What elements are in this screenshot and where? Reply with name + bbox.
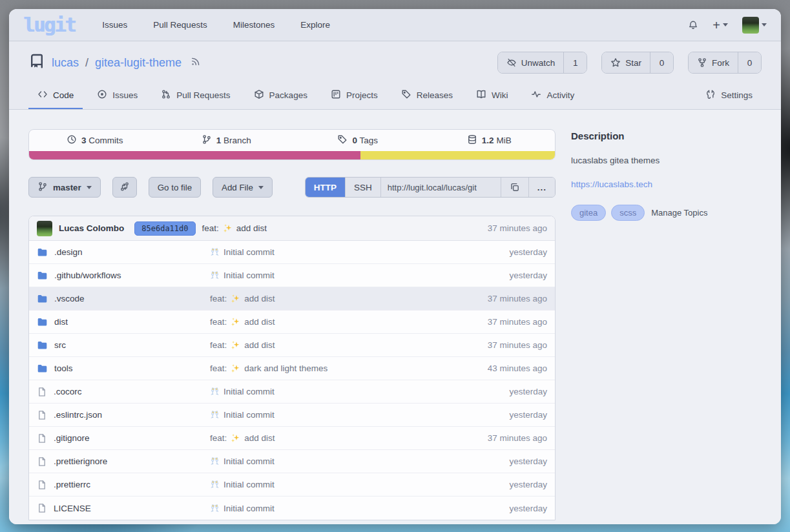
branch-selector-button[interactable]: master	[28, 177, 101, 198]
unwatch-count[interactable]: 1	[563, 52, 587, 73]
file-commit-time: yesterday	[509, 456, 547, 466]
tab-pull-requests[interactable]: Pull Requests	[152, 83, 239, 109]
tab-wiki[interactable]: Wiki	[467, 83, 517, 109]
user-avatar[interactable]	[742, 17, 759, 34]
file-row-LICENSE[interactable]: LICENSEInitial commityesterday	[29, 496, 555, 520]
file-name-link[interactable]: .vscode	[54, 294, 85, 303]
file-commit-message[interactable]: feat:add dist	[210, 294, 275, 303]
tab-packages[interactable]: Packages	[245, 83, 317, 109]
file-row--prettierrc[interactable]: .prettierrcInitial commityesterday	[29, 473, 555, 496]
http-protocol-button[interactable]: HTTP	[306, 178, 346, 197]
compare-button[interactable]	[112, 177, 137, 198]
clone-url-input[interactable]	[381, 178, 501, 197]
topic-pill-scss[interactable]: scss	[611, 205, 645, 221]
file-commit-message[interactable]: feat:dark and light themes	[210, 363, 327, 373]
folder-icon	[37, 293, 48, 304]
manage-topics-link[interactable]: Manage Topics	[651, 208, 707, 218]
file-name-link[interactable]: src	[54, 340, 66, 350]
file-row--gitignore[interactable]: .gitignorefeat:add dist37 minutes ago	[29, 427, 555, 450]
repo-header: lucas / gitea-lugit-theme Unwatch1Star0F…	[9, 41, 781, 74]
tab-issues[interactable]: Issues	[88, 83, 147, 109]
stat-tags[interactable]: 0 Tags	[292, 134, 424, 147]
book-icon	[476, 89, 486, 101]
fork-button[interactable]: Fork	[689, 52, 738, 73]
file-name-link[interactable]: LICENSE	[54, 504, 91, 513]
code-icon	[37, 89, 48, 101]
language-stats-bar[interactable]	[29, 151, 555, 159]
star-count[interactable]: 0	[650, 52, 673, 73]
tab-releases[interactable]: Releases	[392, 83, 462, 109]
file-name-link[interactable]: .prettierrc	[54, 480, 90, 489]
file-row--github-workflows[interactable]: .github/workflowsInitial commityesterday	[29, 264, 555, 287]
nav-link-pull-requests[interactable]: Pull Requests	[153, 20, 207, 30]
file-commit-message[interactable]: Initial commit	[210, 387, 275, 396]
file-name-link[interactable]: .prettierignore	[54, 456, 107, 466]
commit-author-name[interactable]: Lucas Colombo	[59, 223, 124, 233]
add-file-button[interactable]: Add File	[213, 177, 273, 198]
file-name-link[interactable]: .design	[54, 247, 83, 257]
app-logo[interactable]: lugit	[23, 15, 75, 35]
file-commit-message[interactable]: Initial commit	[210, 410, 275, 420]
go-to-file-button[interactable]: Go to file	[149, 177, 201, 198]
file-commit-message[interactable]: Initial commit	[210, 480, 275, 489]
user-menu[interactable]	[742, 17, 767, 34]
tab-settings[interactable]: Settings	[696, 83, 762, 109]
file-row-src[interactable]: srcfeat:add dist37 minutes ago	[29, 334, 555, 357]
file-row--design[interactable]: .designInitial commityesterday	[29, 241, 555, 264]
nav-link-milestones[interactable]: Milestones	[233, 20, 275, 30]
nav-link-issues[interactable]: Issues	[102, 20, 127, 30]
nav-link-explore[interactable]: Explore	[300, 20, 330, 30]
tab-projects[interactable]: Projects	[322, 83, 387, 109]
stat-mib[interactable]: 1.2 MiB	[424, 134, 556, 147]
file-row-tools[interactable]: toolsfeat:dark and light themes43 minute…	[29, 357, 555, 380]
file-name-link[interactable]: tools	[54, 363, 73, 373]
file-name-link[interactable]: .cocorc	[54, 387, 82, 396]
file-commit-message[interactable]: Initial commit	[210, 504, 275, 513]
ssh-protocol-button[interactable]: SSH	[346, 178, 381, 197]
file-commit-message[interactable]: Initial commit	[210, 456, 275, 466]
tab-code[interactable]: Code	[28, 83, 83, 109]
file-row--prettierignore[interactable]: .prettierignoreInitial commityesterday	[29, 450, 555, 473]
commit-message[interactable]: feat:add dist	[202, 223, 267, 233]
stat-commits[interactable]: 3 Commits	[29, 134, 161, 147]
folder-icon	[37, 316, 48, 327]
tab-activity[interactable]: Activity	[522, 83, 583, 109]
file-commit-time: 43 minutes ago	[488, 363, 547, 373]
commit-author-avatar[interactable]	[37, 221, 52, 236]
file-name-link[interactable]: .github/workflows	[54, 271, 121, 280]
file-row--eslintrc-json[interactable]: .eslintrc.jsonInitial commityesterday	[29, 404, 555, 427]
latest-commit-row: Lucas Colombo 85e6da11d0 feat:add dist 3…	[29, 216, 555, 241]
file-row--vscode[interactable]: .vscodefeat:add dist37 minutes ago	[29, 287, 555, 311]
commit-hash-badge[interactable]: 85e6da11d0	[134, 221, 195, 236]
language-segment-1[interactable]	[360, 151, 555, 159]
language-segment-0[interactable]	[29, 151, 360, 159]
file-name-link[interactable]: .eslintrc.json	[54, 410, 102, 420]
more-options-button[interactable]: ...	[529, 178, 555, 197]
topic-pill-gitea[interactable]: gitea	[571, 205, 606, 221]
fork-count[interactable]: 0	[738, 52, 761, 73]
file-commit-message[interactable]: Initial commit	[210, 271, 275, 280]
unwatch-button-group: Unwatch1	[497, 52, 588, 74]
file-commit-message[interactable]: feat:add dist	[210, 317, 275, 327]
file-icon	[37, 456, 47, 467]
file-name-link[interactable]: .gitignore	[54, 433, 90, 443]
repo-name-link[interactable]: gitea-lugit-theme	[95, 56, 182, 70]
chevron-down-icon	[258, 186, 264, 189]
repo-website-link[interactable]: https://lucaslabs.tech	[571, 179, 765, 189]
notifications-bell-icon[interactable]	[688, 20, 698, 30]
file-name-link[interactable]: dist	[54, 317, 68, 327]
stat-branch[interactable]: 1 Branch	[161, 134, 293, 147]
file-commit-message[interactable]: feat:add dist	[210, 340, 275, 350]
copy-url-button[interactable]	[501, 178, 529, 197]
file-row--cocorc[interactable]: .cocorcInitial commityesterday	[29, 380, 555, 404]
rss-icon[interactable]	[191, 56, 201, 70]
file-row-dist[interactable]: distfeat:add dist37 minutes ago	[29, 311, 555, 334]
navbar-right: +	[688, 17, 767, 34]
project-icon	[331, 89, 341, 101]
star-button[interactable]: Star	[602, 52, 650, 73]
unwatch-button[interactable]: Unwatch	[498, 52, 564, 73]
create-new-button[interactable]: +	[712, 19, 728, 32]
repo-owner-link[interactable]: lucas	[52, 56, 79, 70]
file-commit-message[interactable]: feat:add dist	[210, 433, 275, 443]
file-commit-message[interactable]: Initial commit	[210, 247, 275, 257]
